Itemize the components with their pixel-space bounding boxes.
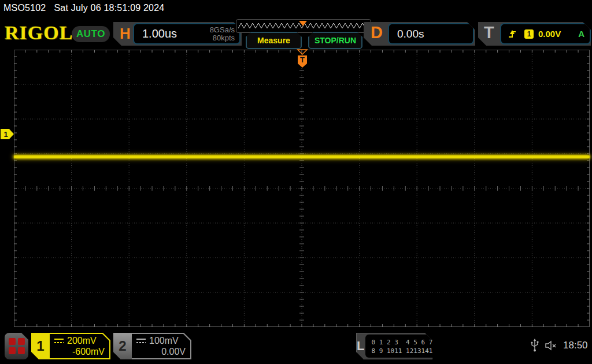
trigger-settings-button[interactable]: T 1 0.00V A [478,22,591,46]
logic-channels-button[interactable]: L 0 1 2 3 4 5 6 78 9 1011 12131415 [356,333,432,359]
channel1-offset: -600mV [54,347,105,357]
datetime-text: Sat July 06 18:51:09 2024 [54,3,164,13]
timebase-value: 1.00us [142,27,177,40]
delay-box: 0.00s [388,23,474,44]
display-graticule: 1 T [14,50,590,327]
trigger-source-badge: 1 [524,29,534,39]
status-icons: 18:50 [531,338,589,353]
channel1-number: 1 [31,333,50,359]
trigger-marker-letter: T [300,55,305,64]
dc-coupling-icon [54,339,64,344]
channel2-scale: 100mV [149,336,179,346]
trigger-position-marker[interactable]: T [297,49,308,69]
delay-label: D [371,23,383,42]
delay-settings-button[interactable]: D 0.00s [364,22,475,46]
overview-zigzag-icon [236,20,369,31]
trigger-label: T [484,23,494,42]
logic-label: L [357,333,364,359]
channel1-status-button[interactable]: 1 200mV -600mV [31,333,110,359]
waveform-overview-bar[interactable] [236,19,371,33]
speaker-muted-icon[interactable] [545,340,558,351]
channel2-offset: 0.00V [136,347,186,357]
horizontal-label: H [120,25,131,43]
grid-menu-icon[interactable] [5,333,28,359]
rising-edge-trigger-icon [508,29,519,39]
grid-lines [14,50,590,327]
dc-coupling-icon [136,339,146,344]
usb-icon [531,339,539,352]
acquisition-rates: 8GSa/s 80kpts [210,26,235,42]
clock-text: 18:50 [563,340,588,351]
trigger-box: 1 0.00V A [500,23,591,44]
channel1-scale: 200mV [67,336,97,346]
oscilloscope-screen: MSO5102Sat July 06 18:51:09 2024 RIGOL A… [0,0,592,364]
measure-button[interactable]: Measure [246,32,302,49]
titlebar: MSO5102Sat July 06 18:51:09 2024 [3,3,164,13]
channel1-ground-marker[interactable]: 1 [1,129,14,139]
timebase-box: 1.00us 8GSa/s 80kpts [133,23,240,44]
stop-run-button[interactable]: STOP/RUN [308,32,362,49]
rigol-logo: RIGOL [5,22,73,44]
horizontal-settings-button[interactable]: H 1.00us 8GSa/s 80kpts [113,22,242,46]
sample-rate: 8GSa/s [210,25,235,34]
delay-value: 0.00s [397,28,424,40]
channel2-number: 2 [113,333,132,359]
channel1-trace [14,155,590,158]
trigger-status-badge: AUTO [72,26,110,42]
model-name: MSO5102 [3,3,46,13]
logic-channel-numbers: 0 1 2 3 4 5 6 78 9 1011 12131415 [365,335,436,358]
channel2-status-button[interactable]: 2 100mV 0.00V [113,333,191,359]
trigger-sweep-mode: A [578,29,584,39]
memory-depth: 80kpts [213,34,235,42]
trigger-level-value: 0.00V [538,29,561,39]
